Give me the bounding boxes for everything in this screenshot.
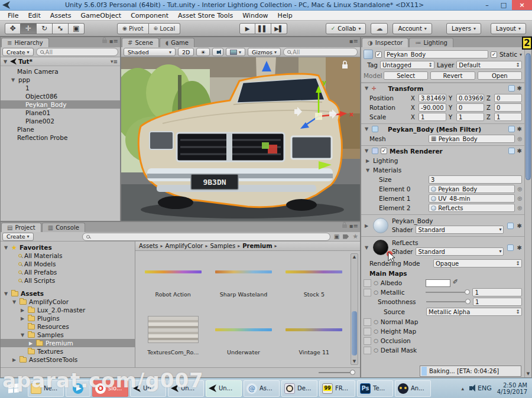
breadcrumb-premium[interactable]: Premium bbox=[242, 243, 272, 249]
foldout-icon[interactable]: ▶ bbox=[20, 308, 25, 313]
assets-root[interactable]: ▼Assets bbox=[1, 289, 135, 298]
foldout-icon[interactable]: ▼ bbox=[365, 168, 371, 173]
account-dropdown[interactable]: Account▾ bbox=[392, 23, 432, 34]
foldout-icon[interactable]: ▼ bbox=[364, 126, 369, 132]
pivot-toggle[interactable]: ◉ Pivot bbox=[117, 23, 149, 34]
renderer-enabled-checkbox[interactable] bbox=[381, 148, 387, 154]
model-open-button[interactable]: Open bbox=[478, 71, 522, 80]
help-icon[interactable] bbox=[508, 126, 515, 132]
hierarchy-item[interactable]: Plane bbox=[1, 125, 120, 133]
layers-dropdown[interactable]: Layers▾ bbox=[446, 23, 481, 34]
static-checkbox[interactable] bbox=[491, 51, 497, 58]
albedo-texture-slot[interactable] bbox=[364, 279, 371, 287]
hand-tool-icon[interactable]: ✥ bbox=[5, 23, 21, 34]
breadcrumb-amplifycolor[interactable]: AmplifyColor bbox=[166, 243, 203, 249]
hierarchy-item[interactable]: ▼ppp bbox=[1, 76, 120, 84]
menu-edit[interactable]: Edit bbox=[24, 11, 44, 20]
hierarchy-item[interactable]: Reflection Probe bbox=[1, 133, 120, 142]
scene-viewport[interactable]: 9B3DN y x bbox=[121, 57, 360, 221]
rotation-y-field[interactable]: 0 bbox=[456, 103, 484, 112]
minimize-button[interactable]: – bbox=[479, 0, 495, 10]
materials-size-field[interactable]: 3 bbox=[429, 175, 522, 184]
tree-item-resources[interactable]: Resources bbox=[1, 322, 135, 331]
lighting-tab[interactable]: ≔Lighting bbox=[409, 38, 453, 47]
rotate-tool-icon[interactable]: ↻ bbox=[37, 23, 53, 34]
menu-file[interactable]: File bbox=[4, 11, 22, 20]
help-icon[interactable] bbox=[508, 85, 515, 92]
element1-material-field[interactable]: UV_48-min bbox=[429, 194, 515, 203]
element0-material-field[interactable]: Peykan_Body bbox=[429, 185, 515, 193]
foldout-icon[interactable]: ▶ bbox=[365, 158, 371, 164]
scrollbar-thumb[interactable] bbox=[352, 311, 357, 355]
gizmos-dropdown[interactable]: Gizmos▾ bbox=[248, 48, 281, 56]
tree-item-assetstoretools[interactable]: ▶AssetStoreTools bbox=[1, 355, 135, 364]
gear-icon[interactable]: ✱ bbox=[517, 85, 522, 92]
local-toggle[interactable]: ⊕ Local bbox=[149, 23, 181, 34]
albedo-color-swatch[interactable] bbox=[426, 279, 450, 287]
scale-tool-icon[interactable]: ↔ bbox=[53, 23, 69, 34]
foldout-icon[interactable]: ▶ bbox=[20, 316, 25, 321]
breadcrumb-samples[interactable]: Samples bbox=[210, 243, 235, 249]
pause-button[interactable]: ▌▌ bbox=[255, 23, 271, 34]
panel-menu-icon[interactable]: ▪≡ bbox=[349, 39, 358, 44]
scene-lighting-toggle[interactable]: ☀ bbox=[196, 48, 210, 56]
menu-assets[interactable]: Assets bbox=[46, 11, 76, 20]
project-create-button[interactable]: Create▾ bbox=[2, 233, 34, 241]
favorite-item[interactable]: All Scripts bbox=[1, 276, 135, 285]
hierarchy-item[interactable]: Main Camera bbox=[1, 67, 120, 76]
normal-map-texture-slot[interactable] bbox=[364, 318, 371, 326]
hierarchy-tab[interactable]: ≣Hierarchy bbox=[1, 38, 49, 47]
favorite-item[interactable]: All Materials bbox=[1, 252, 135, 260]
favorite-item[interactable]: All Prefabs bbox=[1, 268, 135, 276]
hierarchy-item[interactable]: Plane002 bbox=[1, 117, 120, 125]
inspector-scrollbar[interactable]: ▼ bbox=[524, 47, 531, 377]
model-revert-button[interactable]: Revert bbox=[430, 71, 475, 80]
tree-item-plugins[interactable]: ▶Plugins bbox=[1, 314, 135, 322]
help-icon[interactable] bbox=[507, 223, 514, 229]
tray-expand-icon[interactable]: ▴ bbox=[461, 386, 464, 392]
favorites-root[interactable]: ▼★Favorites bbox=[1, 243, 135, 252]
foldout-icon[interactable]: ▼ bbox=[364, 245, 369, 250]
taskbar-acdsee[interactable]: @As... bbox=[244, 380, 280, 397]
asset-item[interactable]: Stock 5 bbox=[279, 253, 349, 311]
cloud-button[interactable]: ☁ bbox=[371, 23, 388, 34]
object-picker-icon[interactable]: ◎ bbox=[517, 186, 522, 192]
tree-item-samples[interactable]: ▼Samples bbox=[1, 331, 135, 339]
rendering-mode-dropdown[interactable]: Opaque bbox=[433, 259, 522, 267]
scale-z-field[interactable]: 1 bbox=[494, 113, 522, 121]
inspector-tab[interactable]: ◑Inspector bbox=[362, 38, 408, 47]
slider-knob[interactable] bbox=[350, 370, 355, 375]
foldout-icon[interactable]: ▼ bbox=[364, 148, 369, 154]
menu-window[interactable]: Window bbox=[238, 11, 272, 20]
menu-asset-store-tools[interactable]: Asset Store Tools bbox=[174, 11, 237, 20]
scene-row-menu-icon[interactable]: ▾≡ bbox=[111, 58, 118, 64]
source-dropdown[interactable]: Metallic Alpha bbox=[426, 308, 522, 316]
taskbar-android-tool[interactable]: An... bbox=[395, 380, 431, 397]
lock-icon[interactable] bbox=[102, 40, 107, 43]
project-search-input[interactable] bbox=[82, 233, 330, 241]
foldout-icon[interactable]: ▶ bbox=[364, 223, 369, 229]
object-picker-icon[interactable]: ◎ bbox=[517, 136, 522, 142]
scene-audio-toggle[interactable] bbox=[212, 48, 223, 56]
metallic-slider[interactable] bbox=[426, 292, 471, 293]
gear-icon[interactable]: ✱ bbox=[517, 126, 522, 132]
hierarchy-item[interactable]: Plane01 bbox=[1, 109, 120, 117]
hierarchy-search-input[interactable]: All bbox=[36, 48, 118, 56]
position-z-field[interactable]: 0 bbox=[494, 94, 522, 102]
foldout-icon[interactable]: ▼ bbox=[11, 299, 17, 305]
tree-item-textures[interactable]: Textures bbox=[1, 347, 135, 355]
menu-gameobject[interactable]: GameObject bbox=[77, 11, 126, 20]
eyedropper-icon[interactable] bbox=[453, 279, 460, 286]
clock[interactable]: 2:50 AM 4/19/2017 bbox=[497, 382, 527, 395]
static-dropdown-icon[interactable]: ▾ bbox=[520, 52, 522, 57]
lock-icon[interactable] bbox=[342, 224, 347, 228]
model-select-button[interactable]: Select bbox=[384, 71, 428, 80]
restore-button[interactable]: □ bbox=[495, 0, 512, 10]
scale-y-field[interactable]: 1 bbox=[456, 113, 484, 121]
shader-dropdown[interactable]: Standard bbox=[416, 226, 503, 234]
2d-toggle[interactable]: 2D bbox=[178, 48, 194, 56]
asset-item[interactable]: TexturesCom_Ro... bbox=[138, 311, 208, 369]
rect-tool-icon[interactable]: ▣ bbox=[69, 23, 85, 34]
smoothness-slider[interactable] bbox=[426, 301, 471, 302]
project-scrollbar[interactable]: ▲ ▼ bbox=[351, 253, 358, 365]
